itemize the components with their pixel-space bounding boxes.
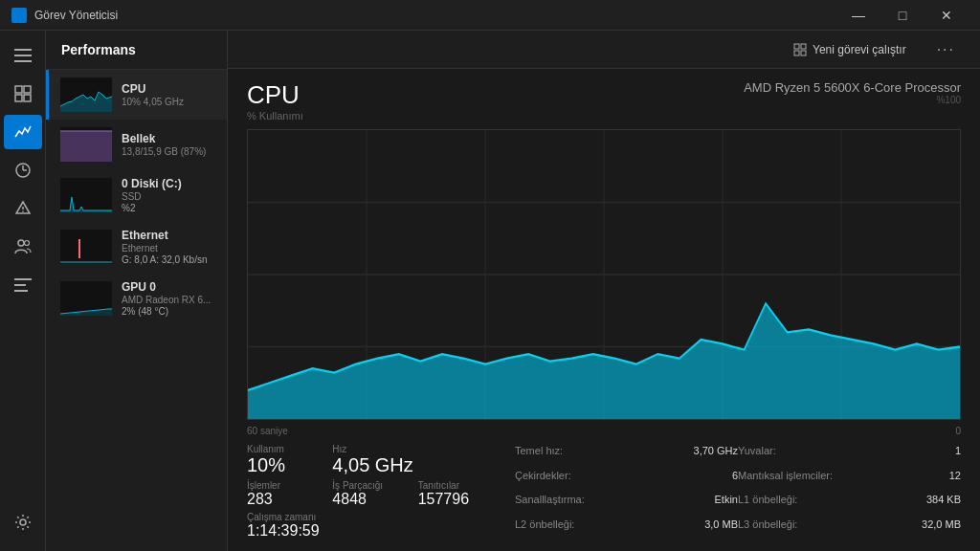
svg-rect-2 <box>13 16 18 21</box>
device-item-gpu[interactable]: GPU 0 AMD Radeon RX 6... 2% (48 °C) <box>46 273 227 324</box>
spec-value: 32,0 MB <box>922 518 961 540</box>
svg-rect-28 <box>60 178 112 212</box>
gpu-device-info: GPU 0 AMD Radeon RX 6... 2% (48 °C) <box>122 280 215 317</box>
app-icon <box>11 8 27 23</box>
cpu-device-name: CPU <box>122 82 215 96</box>
svg-rect-26 <box>60 131 112 162</box>
svg-rect-30 <box>60 230 112 264</box>
main-content: Yeni görevi çalıştır ··· CPU % Kullanımı… <box>228 31 980 551</box>
history-icon[interactable] <box>4 153 42 187</box>
time-labels: 60 saniye 0 <box>247 426 961 436</box>
memory-mini-chart <box>60 127 112 162</box>
stats-left: Kullanım 10% Hız 4,05 GHz İşlemler 283 İ… <box>247 444 496 540</box>
cpu-spec-row: L1 önbelleği: 384 KB <box>738 493 961 516</box>
usage-stat: Kullanım 10% <box>247 444 324 476</box>
cpu-title-block: CPU % Kullanımı <box>247 80 303 125</box>
close-button[interactable]: ✕ <box>924 0 969 31</box>
svg-rect-19 <box>14 278 32 280</box>
settings-icon[interactable] <box>4 505 42 540</box>
spec-value: 12 <box>949 470 961 491</box>
ethernet-device-sub: Ethernet <box>122 243 215 253</box>
gpu-device-val: 2% (48 °C) <box>122 306 215 317</box>
cpu-title: CPU <box>247 80 303 110</box>
speed-label: Hız <box>332 444 496 454</box>
svg-rect-8 <box>24 86 31 93</box>
time-left-label: 60 saniye <box>247 426 288 436</box>
gpu-mini-chart <box>60 281 112 316</box>
speed-value: 4,05 GHz <box>332 454 496 476</box>
svg-point-16 <box>22 210 24 212</box>
new-task-button[interactable]: Yeni görevi çalıştır <box>784 39 916 60</box>
startup-icon[interactable] <box>4 191 42 226</box>
device-panel: Performans CPU 10% 4,05 GHz <box>46 31 228 551</box>
svg-rect-20 <box>14 284 26 286</box>
spec-label: Sanalllaştırma: <box>515 494 585 515</box>
cpu-model-block: AMD Ryzen 5 5600X 6-Core Processor %100 <box>744 80 961 105</box>
device-item-memory[interactable]: Bellek 13,8/15,9 GB (87%) <box>46 120 227 169</box>
threads-label: İş Parçacığı <box>332 480 410 491</box>
titlebar: Görev Yöneticisi — □ ✕ <box>0 0 980 31</box>
svg-rect-35 <box>801 44 806 49</box>
device-item-disk[interactable]: 0 Diski (C:) SSD %2 <box>46 169 227 221</box>
details-icon[interactable] <box>4 268 42 302</box>
svg-rect-3 <box>20 16 25 21</box>
svg-rect-5 <box>14 55 32 56</box>
svg-rect-21 <box>14 290 28 292</box>
processes-stat: İşlemler 283 <box>247 480 324 508</box>
cpu-spec-row: Çekirdekler: 6 <box>515 469 738 492</box>
memory-device-sub: 13,8/15,9 GB (87%) <box>122 146 215 157</box>
disk-device-sub: SSD <box>122 191 215 202</box>
svg-rect-10 <box>24 95 31 101</box>
uptime-label: Çalışma zamanı <box>247 512 496 522</box>
device-item-ethernet[interactable]: Ethernet Ethernet G: 8,0 A: 32,0 Kb/sn <box>46 221 227 273</box>
stats-right: Temel hız: 3,70 GHz Yuvalar: 1 Çekirdekl… <box>496 444 961 540</box>
new-task-icon <box>793 43 807 56</box>
threads-value: 4848 <box>332 491 410 508</box>
handles-label: Tanıtıcılar <box>418 480 496 491</box>
cpu-chart <box>247 129 961 420</box>
ethernet-device-val: G: 8,0 A: 32,0 Kb/sn <box>122 254 215 265</box>
app-title: Görev Yöneticisi <box>34 9 836 22</box>
panel-title: Performans <box>46 31 227 70</box>
window-controls: — □ ✕ <box>836 0 969 31</box>
svg-rect-1 <box>20 10 25 14</box>
svg-rect-4 <box>14 49 32 51</box>
device-item-cpu[interactable]: CPU 10% 4,05 GHz <box>46 70 227 120</box>
handles-stat: Tanıtıcılar 157796 <box>418 480 496 508</box>
spec-value: 1 <box>955 445 961 466</box>
spec-value: 3,70 GHz <box>694 445 738 466</box>
spec-label: L2 önbelleği: <box>515 518 574 540</box>
processes-icon[interactable] <box>4 77 42 111</box>
handles-value: 157796 <box>418 491 496 508</box>
hamburger-menu-icon[interactable] <box>4 38 42 73</box>
ethernet-device-name: Ethernet <box>122 229 215 242</box>
main-toolbar: Yeni görevi çalıştır ··· <box>228 31 980 69</box>
minimize-button[interactable]: — <box>836 0 880 31</box>
spec-label: L3 önbelleği: <box>738 518 797 540</box>
ethernet-device-info: Ethernet Ethernet G: 8,0 A: 32,0 Kb/sn <box>122 229 215 265</box>
cpu-mini-chart <box>60 77 112 112</box>
svg-rect-36 <box>794 51 799 55</box>
svg-rect-7 <box>15 86 22 93</box>
uptime-value: 1:14:39:59 <box>247 522 496 540</box>
threads-stat: İş Parçacığı 4848 <box>332 480 410 508</box>
maximize-button[interactable]: □ <box>880 0 924 31</box>
users-icon[interactable] <box>4 230 42 264</box>
cpu-chart-svg <box>248 130 960 419</box>
ethernet-mini-chart <box>60 230 112 264</box>
cpu-spec-row: Sanalllaştırma: Etkin <box>515 493 738 516</box>
performance-icon[interactable] <box>4 115 42 149</box>
disk-device-name: 0 Diski (C:) <box>122 177 215 190</box>
svg-rect-9 <box>15 95 22 101</box>
memory-device-info: Bellek 13,8/15,9 GB (87%) <box>122 132 215 157</box>
svg-rect-6 <box>14 60 32 62</box>
cpu-device-sub: 10% 4,05 GHz <box>122 97 215 107</box>
spec-label: Mantıksal işlemciler: <box>738 470 833 491</box>
icon-sidebar <box>0 31 46 551</box>
svg-rect-34 <box>794 44 799 49</box>
gpu-device-name: GPU 0 <box>122 280 215 294</box>
cpu-spec-row: L3 önbelleği: 32,0 MB <box>738 518 961 540</box>
disk-mini-chart <box>60 178 112 212</box>
uptime-stat: Çalışma zamanı 1:14:39:59 <box>247 512 496 540</box>
more-options-button[interactable]: ··· <box>927 37 965 62</box>
